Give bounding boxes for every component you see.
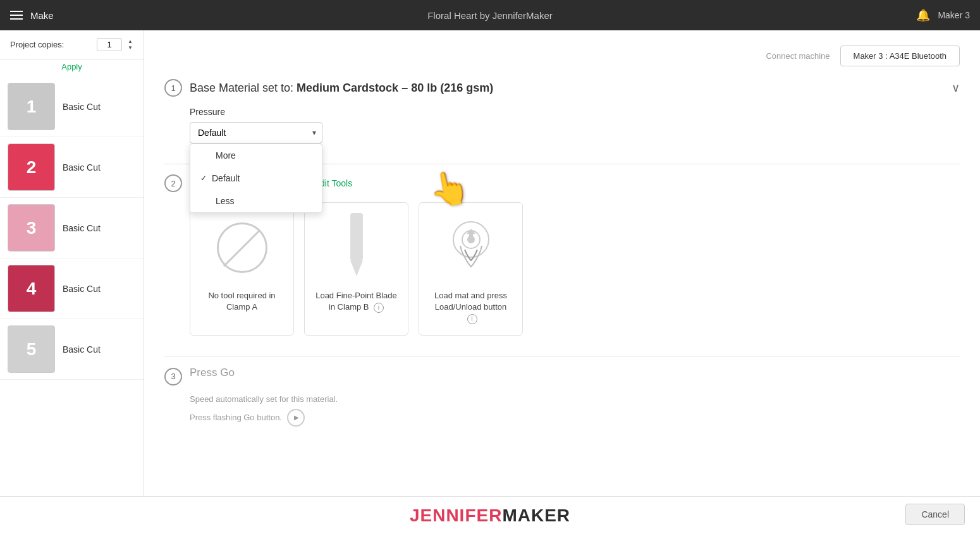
tool-card-load-mat: Load mat and press Load/Unload button i — [419, 202, 523, 336]
step3-section: 3 Press Go Speed automatically set for t… — [164, 367, 960, 427]
blade-info-icon[interactable]: i — [374, 303, 384, 313]
blade-icon-area — [322, 213, 391, 282]
pressure-dropdown[interactable]: Default More Less — [190, 122, 322, 143]
mat-thumbnail-4: 4 — [8, 265, 55, 312]
load-mat-desc: Load mat and press Load/Unload button i — [429, 290, 512, 325]
pressure-dropdown-popup: More ✓ Default Less — [190, 143, 322, 213]
step2-divider — [164, 356, 960, 356]
nav-title: Make — [30, 10, 54, 21]
project-copies-section: Project copies: ▲ ▼ — [0, 30, 144, 59]
mat-label-4: Basic Cut — [63, 284, 101, 294]
cancel-button[interactable]: Cancel — [905, 504, 965, 525]
mat-thumbnail-2: 2 — [8, 143, 55, 191]
mat-thumbnail-5: 5 — [8, 325, 55, 373]
mat-item-4[interactable]: 4 Basic Cut — [0, 258, 144, 319]
dropdown-option-less[interactable]: Less — [190, 190, 322, 212]
connect-label: Connect machine — [766, 51, 830, 61]
copies-spinner: ▲ ▼ — [127, 39, 133, 51]
main-content: Connect machine Maker 3 : A34E Bluetooth… — [144, 30, 980, 534]
dropdown-option-default[interactable]: ✓ Default — [190, 167, 322, 190]
dropdown-option-more[interactable]: More — [190, 144, 322, 167]
load-mat-icon-area — [436, 213, 506, 282]
machine-button[interactable]: Maker 3 : A34E Bluetooth — [840, 46, 960, 66]
machine-name: Maker 3 — [938, 10, 970, 20]
logo-jennifer-text: JENNIFER — [410, 506, 502, 525]
pressure-dropdown-wrapper: Default More Less ▾ More ✓ Default — [190, 122, 322, 143]
copies-input[interactable] — [97, 38, 122, 51]
load-mat-svg-icon — [436, 213, 506, 282]
logo-maker-text: MAKER — [502, 506, 570, 525]
press-go-text: Press flashing Go button. — [190, 413, 282, 422]
press-go-row: Press flashing Go button. — [190, 409, 960, 427]
sidebar: Project copies: ▲ ▼ Apply 1 Basic Cut 2 … — [0, 30, 144, 534]
mat-item-5[interactable]: 5 Basic Cut — [0, 319, 144, 380]
check-icon: ✓ — [200, 174, 207, 183]
pressure-label: Pressure — [190, 107, 960, 117]
blade-svg-icon — [341, 213, 372, 282]
no-tool-icon — [217, 222, 267, 273]
pressure-section: Pressure Default More Less ▾ More — [190, 107, 960, 143]
no-tool-icon-area — [207, 213, 277, 282]
step1-title: Base Material set to: Medium Cardstock –… — [190, 82, 493, 95]
mat-label-1: Basic Cut — [63, 102, 101, 112]
mat-item-1[interactable]: 1 Basic Cut — [0, 76, 144, 137]
step1-section: 1 Base Material set to: Medium Cardstock… — [164, 79, 960, 143]
project-copies-label: Project copies: — [10, 40, 64, 49]
nav-left: Make — [10, 10, 54, 21]
mat-thumbnail-3: 3 — [8, 204, 55, 252]
mat-label-3: Basic Cut — [63, 223, 101, 233]
step3-speed-desc: Speed automatically set for this materia… — [190, 394, 960, 404]
jennifermaker-logo: JENNIFERMAKER — [410, 506, 570, 526]
step2-circle: 2 — [164, 174, 182, 192]
step1-title-row: 1 Base Material set to: Medium Cardstock… — [164, 79, 493, 97]
mat-item-2[interactable]: 2 Basic Cut — [0, 137, 144, 198]
step1-header: 1 Base Material set to: Medium Cardstock… — [164, 79, 960, 97]
step3-circle: 3 — [164, 368, 182, 385]
no-tool-desc: No tool required in Clamp A — [200, 290, 283, 313]
step3-header: 3 Press Go — [164, 367, 960, 387]
load-mat-info-icon[interactable]: i — [467, 314, 477, 324]
nav-right: 🔔 Maker 3 — [916, 8, 970, 22]
nav-center-title: Floral Heart by JenniferMaker — [427, 10, 553, 21]
mat-label-5: Basic Cut — [63, 344, 101, 355]
apply-button[interactable]: Apply — [61, 62, 82, 71]
svg-rect-0 — [350, 213, 363, 260]
step1-circle: 1 — [164, 79, 182, 97]
svg-marker-1 — [350, 260, 363, 276]
layout: Project copies: ▲ ▼ Apply 1 Basic Cut 2 … — [0, 30, 980, 534]
step3-title: Press Go — [190, 367, 235, 379]
hamburger-icon[interactable] — [10, 11, 23, 20]
step1-collapse-icon[interactable]: ∨ — [952, 81, 960, 95]
connect-section: Connect machine Maker 3 : A34E Bluetooth — [164, 46, 960, 66]
bell-icon[interactable]: 🔔 — [916, 8, 930, 22]
mat-thumbnail-1: 1 — [8, 83, 55, 130]
bottom-bar: JENNIFERMAKER — [0, 496, 980, 534]
copies-control: ▲ ▼ — [97, 38, 133, 51]
tools-row: No tool required in Clamp A Load Fine-Po… — [190, 202, 960, 336]
mat-item-3[interactable]: 3 Basic Cut — [0, 198, 144, 258]
mat-label-2: Basic Cut — [63, 162, 101, 173]
top-nav: Make Floral Heart by JenniferMaker 🔔 Mak… — [0, 0, 980, 30]
tool-card-blade: Load Fine-Point Blade in Clamp B i — [304, 202, 408, 336]
copies-up-button[interactable]: ▲ — [127, 39, 133, 45]
copies-down-button[interactable]: ▼ — [127, 45, 133, 51]
play-button[interactable] — [287, 409, 305, 427]
tool-card-no-tool: No tool required in Clamp A — [190, 202, 294, 336]
blade-desc: Load Fine-Point Blade in Clamp B i — [315, 290, 398, 313]
